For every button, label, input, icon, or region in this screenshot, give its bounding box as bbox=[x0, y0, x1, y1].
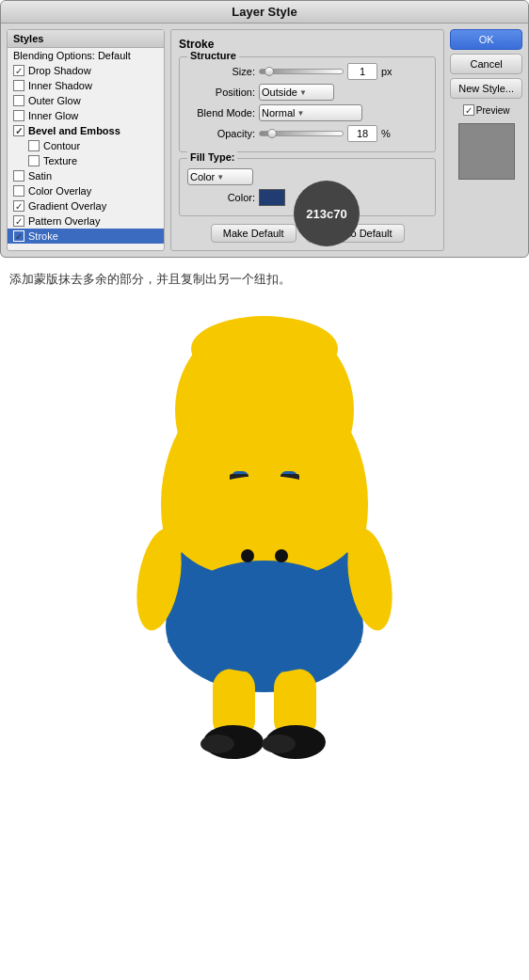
styles-item-inner-glow[interactable]: Inner Glow bbox=[8, 108, 164, 123]
bevel-emboss-checkbox[interactable] bbox=[13, 125, 24, 136]
blending-options-label: Blending Options: Default bbox=[13, 50, 131, 61]
opacity-slider-thumb[interactable] bbox=[267, 129, 277, 138]
outer-glow-label: Outer Glow bbox=[28, 95, 81, 106]
size-slider[interactable] bbox=[259, 69, 344, 74]
structure-title: Structure bbox=[187, 50, 239, 61]
opacity-label: Opacity: bbox=[187, 128, 255, 139]
drop-shadow-label: Drop Shadow bbox=[28, 65, 91, 76]
styles-item-texture[interactable]: Texture bbox=[8, 153, 164, 168]
bevel-emboss-label: Bevel and Emboss bbox=[28, 125, 120, 136]
opacity-slider[interactable] bbox=[259, 131, 344, 136]
svg-point-20 bbox=[191, 316, 338, 382]
dialog-title: Layer Style bbox=[1, 1, 528, 24]
styles-panel: Styles Blending Options: Default Drop Sh… bbox=[7, 29, 165, 251]
size-label: Size: bbox=[187, 66, 255, 77]
preview-checkbox[interactable] bbox=[463, 104, 474, 116]
main-content: Stroke Structure Size: px Position: bbox=[170, 29, 444, 251]
opacity-unit: % bbox=[381, 128, 391, 139]
styles-item-contour[interactable]: Contour bbox=[8, 138, 164, 153]
blend-mode-select[interactable]: Normal ▼ bbox=[259, 104, 362, 121]
inner-shadow-label: Inner Shadow bbox=[28, 80, 92, 91]
position-label: Position: bbox=[187, 87, 255, 98]
color-tooltip: 213c70 bbox=[294, 181, 360, 246]
outer-glow-checkbox[interactable] bbox=[13, 95, 24, 106]
layer-style-dialog: Layer Style Styles Blending Options: Def… bbox=[0, 0, 529, 258]
styles-item-pattern-overlay[interactable]: Pattern Overlay bbox=[8, 213, 164, 229]
contour-checkbox[interactable] bbox=[28, 140, 40, 151]
styles-item-outer-glow[interactable]: Outer Glow bbox=[8, 93, 164, 108]
svg-point-18 bbox=[200, 735, 234, 753]
preview-checkbox-row: Preview bbox=[450, 104, 522, 116]
pattern-overlay-label: Pattern Overlay bbox=[28, 215, 100, 227]
styles-item-color-overlay[interactable]: Color Overlay bbox=[8, 183, 164, 198]
satin-checkbox[interactable] bbox=[13, 170, 24, 182]
blend-mode-label: Blend Mode: bbox=[187, 107, 255, 119]
fill-type-title: Fill Type: bbox=[187, 151, 237, 163]
position-value: Outside bbox=[262, 87, 297, 98]
minion-svg bbox=[104, 307, 425, 777]
fill-type-value: Color bbox=[190, 171, 215, 182]
position-arrow-icon: ▼ bbox=[299, 88, 307, 97]
make-default-button[interactable]: Make Default bbox=[211, 224, 297, 243]
styles-item-inner-shadow[interactable]: Inner Shadow bbox=[8, 78, 164, 93]
color-swatch[interactable] bbox=[259, 189, 285, 206]
size-slider-thumb[interactable] bbox=[264, 67, 274, 76]
svg-point-10 bbox=[241, 549, 254, 562]
blend-mode-row: Blend Mode: Normal ▼ bbox=[187, 104, 427, 121]
color-overlay-checkbox[interactable] bbox=[13, 185, 24, 197]
size-row: Size: px bbox=[187, 63, 427, 80]
texture-label: Texture bbox=[43, 155, 77, 166]
blending-options-item[interactable]: Blending Options: Default bbox=[8, 48, 164, 63]
cancel-button[interactable]: Cancel bbox=[450, 54, 522, 74]
position-select[interactable]: Outside ▼ bbox=[259, 84, 334, 101]
color-label: Color: bbox=[187, 192, 255, 203]
fill-type-select[interactable]: Color ▼ bbox=[187, 168, 253, 185]
position-row: Position: Outside ▼ bbox=[187, 84, 427, 101]
svg-point-19 bbox=[262, 735, 296, 753]
opacity-input[interactable] bbox=[347, 125, 377, 142]
styles-item-stroke[interactable]: Stroke bbox=[8, 229, 164, 244]
fill-type-row: Color ▼ bbox=[187, 168, 427, 185]
ok-button[interactable]: OK bbox=[450, 29, 522, 50]
blend-mode-value: Normal bbox=[262, 107, 295, 119]
caption-text: 添加蒙版抹去多余的部分，并且复制出另一个纽扣。 bbox=[0, 258, 529, 297]
opacity-row: Opacity: % bbox=[187, 125, 427, 142]
size-unit: px bbox=[381, 66, 393, 77]
inner-glow-label: Inner Glow bbox=[28, 110, 78, 121]
styles-item-gradient-overlay[interactable]: Gradient Overlay bbox=[8, 198, 164, 213]
right-buttons: OK Cancel New Style... Preview bbox=[450, 29, 522, 251]
size-input[interactable] bbox=[347, 63, 377, 80]
color-overlay-label: Color Overlay bbox=[28, 185, 91, 197]
contour-label: Contour bbox=[43, 140, 80, 151]
preview-box bbox=[458, 123, 515, 180]
styles-header: Styles bbox=[8, 30, 164, 48]
structure-group: Structure Size: px Position: Outside ▼ bbox=[179, 56, 436, 152]
stroke-label: Stroke bbox=[28, 230, 58, 242]
drop-shadow-checkbox[interactable] bbox=[13, 65, 24, 76]
styles-item-satin[interactable]: Satin bbox=[8, 168, 164, 183]
stroke-checkbox[interactable] bbox=[13, 230, 24, 242]
gradient-overlay-checkbox[interactable] bbox=[13, 200, 24, 212]
satin-label: Satin bbox=[28, 170, 52, 182]
svg-point-11 bbox=[275, 549, 288, 562]
texture-checkbox[interactable] bbox=[28, 155, 40, 166]
pattern-overlay-checkbox[interactable] bbox=[13, 215, 24, 227]
preview-label: Preview bbox=[476, 105, 510, 116]
blend-mode-arrow-icon: ▼ bbox=[297, 109, 304, 118]
fill-type-arrow-icon: ▼ bbox=[216, 173, 224, 182]
new-style-button[interactable]: New Style... bbox=[450, 78, 522, 99]
gradient-overlay-label: Gradient Overlay bbox=[28, 200, 106, 212]
styles-item-bevel-emboss[interactable]: Bevel and Emboss bbox=[8, 123, 164, 138]
inner-glow-checkbox[interactable] bbox=[13, 110, 24, 121]
minion-illustration bbox=[0, 297, 529, 796]
inner-shadow-checkbox[interactable] bbox=[13, 80, 24, 91]
stroke-section-title: Stroke bbox=[179, 38, 436, 51]
styles-item-drop-shadow[interactable]: Drop Shadow bbox=[8, 63, 164, 78]
